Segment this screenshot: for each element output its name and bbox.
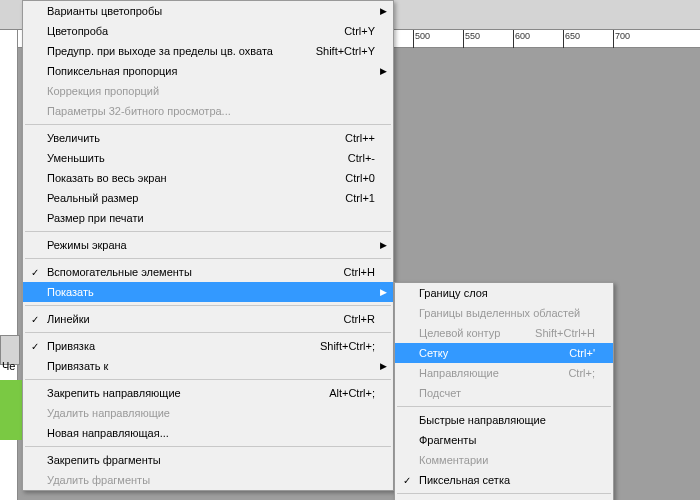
ruler-tick-label: 700 <box>615 31 630 41</box>
menu-item[interactable]: Показать▶ <box>23 282 393 302</box>
menu-item[interactable]: Фрагменты <box>395 430 613 450</box>
menu-item[interactable]: Реальный размерCtrl+1 <box>23 188 393 208</box>
menu-item[interactable]: ✓ПривязкаShift+Ctrl+; <box>23 336 393 356</box>
menu-item: Комментарии <box>395 450 613 470</box>
ruler-tick: 700 <box>613 30 663 48</box>
menu-separator <box>25 124 391 125</box>
menu-item: Удалить фрагменты <box>23 470 393 490</box>
ruler-tick-label: 650 <box>565 31 580 41</box>
menu-item-label: Пиксельная сетка <box>419 474 595 486</box>
menu-shortcut: Shift+Ctrl+Y <box>316 45 375 57</box>
chevron-right-icon: ▶ <box>380 6 387 16</box>
menu-separator <box>25 231 391 232</box>
ruler-tick: 600 <box>513 30 563 48</box>
ruler-tick-label: 500 <box>415 31 430 41</box>
menu-item[interactable]: Закрепить фрагменты <box>23 450 393 470</box>
menu-shortcut: Alt+Ctrl+; <box>329 387 375 399</box>
menu-shortcut: Ctrl+R <box>344 313 375 325</box>
menu-item[interactable]: Привязать к▶ <box>23 356 393 376</box>
menu-item[interactable]: ✓ЛинейкиCtrl+R <box>23 309 393 329</box>
menu-item-label: Уменьшить <box>47 152 336 164</box>
menu-item-label: Границы выделенных областей <box>419 307 595 319</box>
menu-item-label: Варианты цветопробы <box>47 5 375 17</box>
menu-separator <box>25 379 391 380</box>
menu-item-label: Новая направляющая... <box>47 427 375 439</box>
menu-item: Коррекция пропорций <box>23 81 393 101</box>
chevron-right-icon: ▶ <box>380 287 387 297</box>
menu-item-label: Попиксельная пропорция <box>47 65 375 77</box>
menu-item[interactable]: ✓Пиксельная сетка <box>395 470 613 490</box>
menu-item[interactable]: СеткуCtrl+' <box>395 343 613 363</box>
menu-item[interactable]: Закрепить направляющиеAlt+Ctrl+; <box>23 383 393 403</box>
menu-item-label: Коррекция пропорций <box>47 85 375 97</box>
menu-item-label: Удалить направляющие <box>47 407 375 419</box>
check-icon: ✓ <box>31 314 39 325</box>
show-submenu[interactable]: Границу слояГраницы выделенных областейЦ… <box>394 282 614 500</box>
menu-separator <box>397 406 611 407</box>
menu-item[interactable]: Варианты цветопробы▶ <box>23 1 393 21</box>
menu-shortcut: Ctrl+1 <box>345 192 375 204</box>
menu-item: Подсчет <box>395 383 613 403</box>
view-menu[interactable]: Варианты цветопробы▶ЦветопробаCtrl+YПред… <box>22 0 394 491</box>
menu-item-label: Предупр. при выходе за пределы цв. охват… <box>47 45 304 57</box>
menu-item-label: Направляющие <box>419 367 556 379</box>
menu-item-label: Подсчет <box>419 387 595 399</box>
menu-item-label: Размер при печати <box>47 212 375 224</box>
menu-item-label: Реальный размер <box>47 192 333 204</box>
menu-item: Целевой контурShift+Ctrl+H <box>395 323 613 343</box>
menu-item[interactable]: Показать во весь экранCtrl+0 <box>23 168 393 188</box>
menu-item-label: Сетку <box>419 347 557 359</box>
menu-item[interactable]: Границу слоя <box>395 283 613 303</box>
menu-item[interactable]: Размер при печати <box>23 208 393 228</box>
menu-item-label: Границу слоя <box>419 287 595 299</box>
menu-shortcut: Shift+Ctrl+H <box>535 327 595 339</box>
menu-shortcut: Ctrl+0 <box>345 172 375 184</box>
check-icon: ✓ <box>31 341 39 352</box>
menu-item-label: Закрепить направляющие <box>47 387 317 399</box>
menu-item[interactable]: Режимы экрана▶ <box>23 235 393 255</box>
menu-item[interactable]: УвеличитьCtrl++ <box>23 128 393 148</box>
ruler-tick-label: 600 <box>515 31 530 41</box>
ruler-tick-label: 550 <box>465 31 480 41</box>
chevron-right-icon: ▶ <box>380 66 387 76</box>
menu-item: Параметры 32-битного просмотра... <box>23 101 393 121</box>
menu-item-label: Вспомогательные элементы <box>47 266 332 278</box>
menu-item-label: Режимы экрана <box>47 239 375 251</box>
menu-item: Границы выделенных областей <box>395 303 613 323</box>
menu-item[interactable]: УменьшитьCtrl+- <box>23 148 393 168</box>
menu-item-label: Привязать к <box>47 360 375 372</box>
menu-item: НаправляющиеCtrl+; <box>395 363 613 383</box>
menu-item-label: Быстрые направляющие <box>419 414 595 426</box>
menu-item[interactable]: Новая направляющая... <box>23 423 393 443</box>
menu-item-label: Параметры 32-битного просмотра... <box>47 105 375 117</box>
menu-shortcut: Ctrl+- <box>348 152 375 164</box>
ruler-tick: 650 <box>563 30 613 48</box>
menu-separator <box>25 332 391 333</box>
menu-item-label: Линейки <box>47 313 332 325</box>
menu-item-label: Удалить фрагменты <box>47 474 375 486</box>
menu-item-label: Целевой контур <box>419 327 523 339</box>
menu-item: Удалить направляющие <box>23 403 393 423</box>
check-icon: ✓ <box>403 475 411 486</box>
menu-shortcut: Ctrl++ <box>345 132 375 144</box>
menu-item-label: Показать <box>47 286 375 298</box>
menu-item[interactable]: Предупр. при выходе за пределы цв. охват… <box>23 41 393 61</box>
menu-shortcut: Shift+Ctrl+; <box>320 340 375 352</box>
check-icon: ✓ <box>31 267 39 278</box>
menu-item[interactable]: Попиксельная пропорция▶ <box>23 61 393 81</box>
menu-separator <box>25 258 391 259</box>
menu-item[interactable]: ✓Вспомогательные элементыCtrl+H <box>23 262 393 282</box>
menu-separator <box>25 446 391 447</box>
menu-item[interactable]: ЦветопробаCtrl+Y <box>23 21 393 41</box>
menu-shortcut: Ctrl+; <box>568 367 595 379</box>
menu-item-label: Увеличить <box>47 132 333 144</box>
chevron-right-icon: ▶ <box>380 240 387 250</box>
menu-item-label: Закрепить фрагменты <box>47 454 375 466</box>
menu-item-label: Показать во весь экран <box>47 172 333 184</box>
menu-item[interactable]: Быстрые направляющие <box>395 410 613 430</box>
menu-shortcut: Ctrl+H <box>344 266 375 278</box>
chevron-right-icon: ▶ <box>380 361 387 371</box>
menu-item-label: Цветопроба <box>47 25 332 37</box>
ruler-tick: 500 <box>413 30 463 48</box>
menu-item-label: Комментарии <box>419 454 595 466</box>
